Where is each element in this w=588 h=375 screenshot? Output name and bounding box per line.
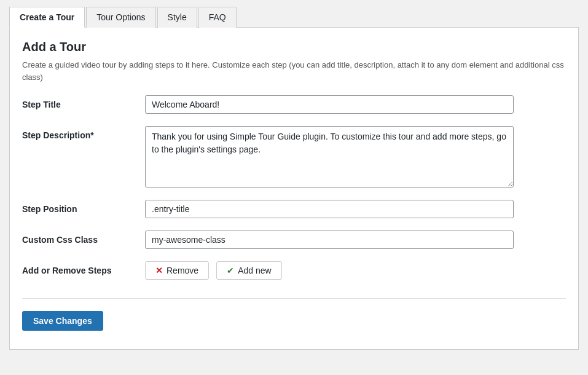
step-description-input[interactable]: Thank you for using Simple Tour Guide pl… — [145, 126, 514, 188]
tab-create-tour[interactable]: Create a Tour — [9, 7, 85, 28]
page-title: Add a Tour — [22, 40, 566, 54]
tab-style[interactable]: Style — [157, 7, 197, 28]
content-area: Add a Tour Create a guided video tour by… — [9, 28, 579, 350]
custom-css-group: Custom Css Class — [22, 231, 566, 249]
add-label: Add new — [238, 266, 271, 275]
tab-faq[interactable]: FAQ — [198, 7, 237, 28]
step-position-input[interactable] — [145, 200, 514, 218]
save-section: Save Changes — [22, 298, 566, 331]
save-changes-button[interactable]: Save Changes — [22, 311, 103, 331]
add-icon: ✔ — [227, 266, 234, 275]
remove-label: Remove — [167, 266, 198, 275]
tabs-container: Create a Tour Tour Options Style FAQ — [9, 6, 579, 28]
step-position-label: Step Position — [22, 200, 145, 214]
step-description-group: Step Description* Thank you for using Si… — [22, 126, 566, 188]
remove-icon: ✕ — [155, 266, 163, 275]
step-title-group: Step Title — [22, 95, 566, 114]
steps-buttons: ✕ Remove ✔ Add new — [145, 261, 282, 280]
add-new-button[interactable]: ✔ Add new — [216, 261, 281, 280]
step-description-label: Step Description* — [22, 126, 145, 140]
page-description: Create a guided video tour by adding ste… — [22, 59, 566, 83]
tab-tour-options[interactable]: Tour Options — [86, 7, 155, 28]
page-wrapper: Create a Tour Tour Options Style FAQ Add… — [0, 0, 588, 356]
steps-label: Add or Remove Steps — [22, 266, 145, 275]
step-title-input[interactable] — [145, 95, 514, 114]
steps-section: Add or Remove Steps ✕ Remove ✔ Add new — [22, 261, 566, 280]
custom-css-label: Custom Css Class — [22, 231, 145, 245]
custom-css-input[interactable] — [145, 231, 514, 249]
remove-button[interactable]: ✕ Remove — [145, 261, 209, 280]
step-title-label: Step Title — [22, 95, 145, 109]
step-position-group: Step Position — [22, 200, 566, 218]
